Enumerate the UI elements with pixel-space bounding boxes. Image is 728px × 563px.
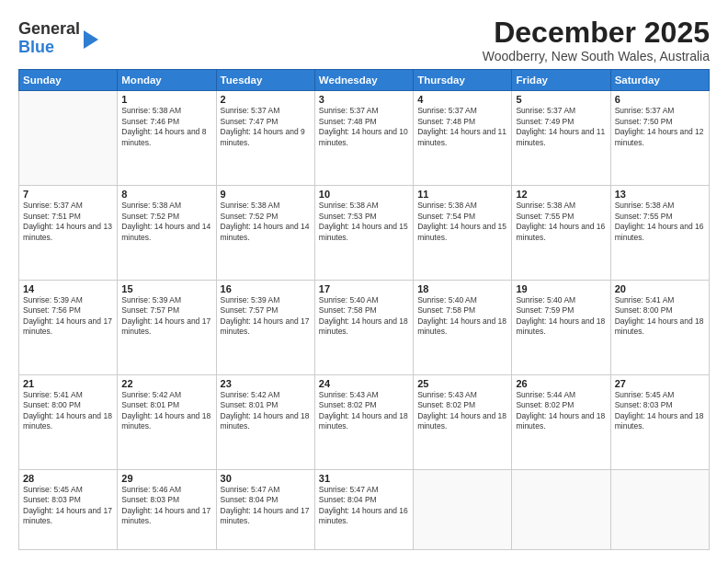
day-number: 4 [417, 94, 507, 105]
col-sunday: Sunday [19, 70, 118, 91]
day-number: 14 [23, 283, 113, 294]
col-monday: Monday [118, 70, 216, 91]
table-row: 7Sunrise: 5:37 AMSunset: 7:51 PMDaylight… [19, 186, 118, 281]
table-row: 24Sunrise: 5:43 AMSunset: 8:02 PMDayligh… [314, 374, 413, 469]
day-number: 27 [615, 378, 705, 389]
table-row: 23Sunrise: 5:42 AMSunset: 8:01 PMDayligh… [216, 374, 314, 469]
day-info: Sunrise: 5:37 AMSunset: 7:47 PMDaylight:… [221, 106, 311, 148]
table-row: 2Sunrise: 5:37 AMSunset: 7:47 PMDaylight… [216, 91, 314, 186]
table-row: 9Sunrise: 5:38 AMSunset: 7:52 PMDaylight… [216, 186, 314, 281]
table-row: 31Sunrise: 5:47 AMSunset: 8:04 PMDayligh… [314, 469, 413, 549]
table-row: 4Sunrise: 5:37 AMSunset: 7:48 PMDaylight… [414, 91, 512, 186]
day-info: Sunrise: 5:40 AMSunset: 7:59 PMDaylight:… [516, 295, 606, 338]
day-number: 6 [615, 94, 705, 105]
day-number: 9 [221, 189, 311, 200]
day-info: Sunrise: 5:37 AMSunset: 7:49 PMDaylight:… [516, 106, 606, 148]
table-row: 3Sunrise: 5:37 AMSunset: 7:48 PMDaylight… [314, 91, 413, 186]
table-row: 20Sunrise: 5:41 AMSunset: 8:00 PMDayligh… [610, 281, 709, 375]
calendar-week-row: 1Sunrise: 5:38 AMSunset: 7:46 PMDaylight… [19, 91, 710, 186]
table-row: 29Sunrise: 5:46 AMSunset: 8:03 PMDayligh… [118, 469, 216, 549]
day-info: Sunrise: 5:46 AMSunset: 8:03 PMDaylight:… [121, 485, 211, 527]
day-info: Sunrise: 5:40 AMSunset: 7:58 PMDaylight:… [417, 295, 507, 338]
table-row: 22Sunrise: 5:42 AMSunset: 8:01 PMDayligh… [118, 374, 216, 469]
table-row: 13Sunrise: 5:38 AMSunset: 7:55 PMDayligh… [610, 186, 709, 281]
col-friday: Friday [512, 70, 610, 91]
day-info: Sunrise: 5:41 AMSunset: 8:00 PMDaylight:… [615, 295, 705, 338]
day-number: 23 [221, 378, 311, 389]
page-title: December 2025 [483, 17, 710, 49]
day-info: Sunrise: 5:38 AMSunset: 7:55 PMDaylight:… [516, 201, 606, 243]
day-info: Sunrise: 5:42 AMSunset: 8:01 PMDaylight:… [121, 390, 211, 432]
table-row [414, 469, 512, 549]
calendar-week-row: 14Sunrise: 5:39 AMSunset: 7:56 PMDayligh… [19, 281, 710, 375]
table-row: 14Sunrise: 5:39 AMSunset: 7:56 PMDayligh… [19, 281, 118, 375]
day-info: Sunrise: 5:39 AMSunset: 7:56 PMDaylight:… [23, 295, 113, 338]
table-row: 30Sunrise: 5:47 AMSunset: 8:04 PMDayligh… [216, 469, 314, 549]
day-info: Sunrise: 5:37 AMSunset: 7:48 PMDaylight:… [319, 106, 409, 148]
day-info: Sunrise: 5:44 AMSunset: 8:02 PMDaylight:… [516, 390, 606, 432]
day-info: Sunrise: 5:47 AMSunset: 8:04 PMDaylight:… [221, 485, 311, 527]
day-number: 31 [319, 473, 409, 484]
table-row: 19Sunrise: 5:40 AMSunset: 7:59 PMDayligh… [512, 281, 610, 375]
day-number: 25 [417, 378, 507, 389]
table-row: 5Sunrise: 5:37 AMSunset: 7:49 PMDaylight… [512, 91, 610, 186]
day-info: Sunrise: 5:37 AMSunset: 7:51 PMDaylight:… [23, 201, 113, 243]
page-subtitle: Woodberry, New South Wales, Australia [483, 49, 710, 63]
col-saturday: Saturday [610, 70, 709, 91]
col-wednesday: Wednesday [314, 70, 413, 91]
day-number: 16 [221, 283, 311, 294]
day-number: 20 [615, 283, 705, 294]
day-info: Sunrise: 5:38 AMSunset: 7:46 PMDaylight:… [121, 106, 211, 148]
day-number: 11 [417, 189, 507, 200]
day-info: Sunrise: 5:39 AMSunset: 7:57 PMDaylight:… [121, 295, 211, 338]
day-number: 1 [121, 94, 211, 105]
calendar-week-row: 28Sunrise: 5:45 AMSunset: 8:03 PMDayligh… [19, 469, 710, 549]
table-row [610, 469, 709, 549]
day-info: Sunrise: 5:39 AMSunset: 7:57 PMDaylight:… [221, 295, 311, 338]
day-number: 10 [319, 189, 409, 200]
day-number: 19 [516, 283, 606, 294]
day-info: Sunrise: 5:42 AMSunset: 8:01 PMDaylight:… [221, 390, 311, 432]
day-number: 8 [121, 189, 211, 200]
day-number: 2 [221, 94, 311, 105]
day-info: Sunrise: 5:38 AMSunset: 7:52 PMDaylight:… [221, 201, 311, 243]
day-info: Sunrise: 5:41 AMSunset: 8:00 PMDaylight:… [23, 390, 113, 432]
day-number: 7 [23, 189, 113, 200]
col-tuesday: Tuesday [216, 70, 314, 91]
calendar-week-row: 21Sunrise: 5:41 AMSunset: 8:00 PMDayligh… [19, 374, 710, 469]
table-row: 16Sunrise: 5:39 AMSunset: 7:57 PMDayligh… [216, 281, 314, 375]
day-number: 26 [516, 378, 606, 389]
logo-general: General [18, 20, 80, 39]
day-number: 30 [221, 473, 311, 484]
day-info: Sunrise: 5:40 AMSunset: 7:58 PMDaylight:… [319, 295, 409, 338]
table-row: 21Sunrise: 5:41 AMSunset: 8:00 PMDayligh… [19, 374, 118, 469]
day-info: Sunrise: 5:45 AMSunset: 8:03 PMDaylight:… [23, 485, 113, 527]
day-number: 21 [23, 378, 113, 389]
col-thursday: Thursday [414, 70, 512, 91]
logo-text: General Blue [18, 20, 80, 57]
page: General Blue December 2025 Woodberry, Ne… [0, 0, 728, 563]
table-row: 8Sunrise: 5:38 AMSunset: 7:52 PMDaylight… [118, 186, 216, 281]
header: General Blue December 2025 Woodberry, Ne… [18, 17, 710, 63]
calendar-table: Sunday Monday Tuesday Wednesday Thursday… [18, 69, 710, 550]
day-info: Sunrise: 5:38 AMSunset: 7:53 PMDaylight:… [319, 201, 409, 243]
day-number: 17 [319, 283, 409, 294]
table-row: 6Sunrise: 5:37 AMSunset: 7:50 PMDaylight… [610, 91, 709, 186]
table-row: 1Sunrise: 5:38 AMSunset: 7:46 PMDaylight… [118, 91, 216, 186]
logo-arrow-icon [84, 30, 98, 49]
day-info: Sunrise: 5:38 AMSunset: 7:52 PMDaylight:… [121, 201, 211, 243]
day-info: Sunrise: 5:47 AMSunset: 8:04 PMDaylight:… [319, 485, 409, 527]
table-row: 12Sunrise: 5:38 AMSunset: 7:55 PMDayligh… [512, 186, 610, 281]
day-number: 5 [516, 94, 606, 105]
table-row [19, 91, 118, 186]
day-info: Sunrise: 5:45 AMSunset: 8:03 PMDaylight:… [615, 390, 705, 432]
table-row: 26Sunrise: 5:44 AMSunset: 8:02 PMDayligh… [512, 374, 610, 469]
day-number: 18 [417, 283, 507, 294]
day-number: 12 [516, 189, 606, 200]
day-number: 15 [121, 283, 211, 294]
day-number: 13 [615, 189, 705, 200]
day-info: Sunrise: 5:43 AMSunset: 8:02 PMDaylight:… [417, 390, 507, 432]
table-row: 28Sunrise: 5:45 AMSunset: 8:03 PMDayligh… [19, 469, 118, 549]
day-info: Sunrise: 5:37 AMSunset: 7:48 PMDaylight:… [417, 106, 507, 148]
day-number: 24 [319, 378, 409, 389]
